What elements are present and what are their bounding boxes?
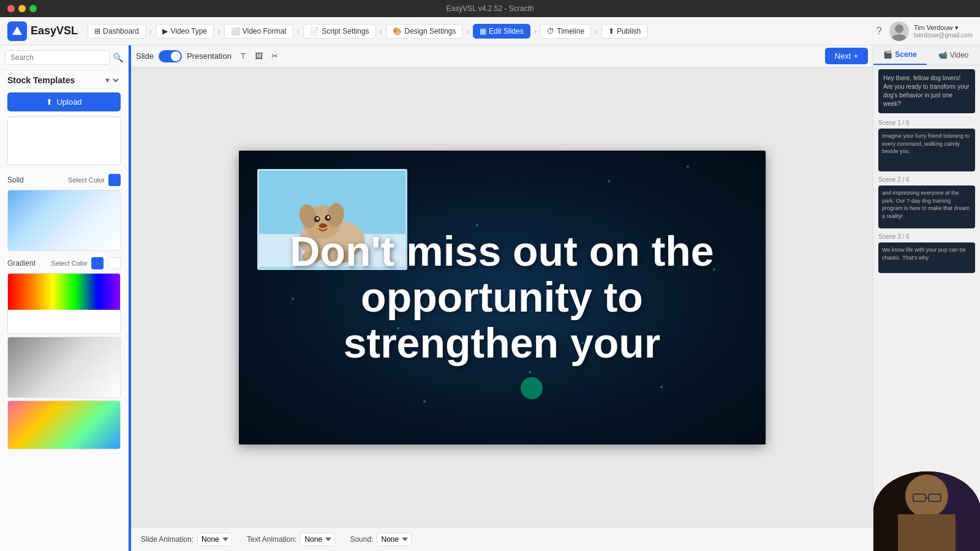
svg-point-2 (892, 34, 907, 41)
crop-tool[interactable]: ✂ (268, 50, 282, 63)
svg-point-18 (905, 474, 948, 517)
slide-toolbar: Slide Presentation T 🖼 ✂ Next + (131, 45, 873, 67)
next-button[interactable]: Next + (825, 48, 868, 64)
nav-video-type[interactable]: ▶ Video Type (156, 24, 214, 39)
scene-preview-2[interactable]: Imagine your furry friend listening to e… (878, 129, 975, 171)
scene-tab-icon: 🎬 (883, 50, 892, 59)
avatar (889, 21, 909, 41)
slide-toggle-switch[interactable] (159, 50, 182, 62)
search-button[interactable]: 🔍 (113, 53, 123, 62)
bottom-bar: Slide Animation: None Text Animation: No… (131, 527, 873, 551)
sound-animation-item: Sound: None (350, 533, 412, 546)
solid-section: Solid Select Color (0, 170, 128, 190)
text-animation-label: Text Animation: (247, 535, 296, 544)
search-input[interactable] (5, 50, 110, 65)
svg-marker-0 (12, 26, 22, 35)
help-button[interactable]: ? (876, 26, 882, 37)
scene-counter-3: Scene 3 / 6 (878, 233, 975, 240)
main-layout: 🔍 Stock Templates ▼ ⬆ Upload Solid Selec… (0, 45, 980, 551)
scene-preview-4[interactable]: We know life with your pup can be chaoti… (878, 242, 975, 273)
nav-video-format[interactable]: ⬜ Video Format (224, 24, 293, 39)
gradient-label: Gradient (7, 259, 36, 268)
scene-2-text: Imagine your furry friend listening to e… (878, 129, 975, 159)
rainbow-white (8, 310, 120, 334)
video-type-icon: ▶ (162, 27, 168, 36)
image-tool[interactable]: 🖼 (252, 50, 266, 63)
user-area: Tim Verdouw ▾ tverdouw@gmail.com (889, 21, 973, 41)
text-animation-item: Text Animation: None (247, 533, 335, 546)
tab-video[interactable]: 📹 Video (927, 45, 980, 65)
slides-icon: ▦ (480, 27, 486, 36)
gradient-color-btn-2[interactable] (108, 257, 121, 269)
colorful-swatch[interactable] (7, 400, 121, 449)
rainbow-swatch-1[interactable] (7, 273, 121, 334)
gradient-select-label: Select Color (51, 260, 88, 267)
slide-main-text: Don't miss out on the opportunity to str… (239, 228, 766, 365)
scene-preview-1[interactable]: Hey there, fellow dog lovers! Are you re… (878, 69, 975, 113)
nav-dashboard[interactable]: ⊞ Dashboard (88, 24, 146, 39)
user-name: Tim Verdouw ▾ (914, 24, 973, 32)
nav-publish[interactable]: ⬆ Publish (601, 24, 647, 39)
webcam-container (873, 467, 980, 551)
slide-canvas[interactable]: Don't miss out on the opportunity to str… (239, 151, 766, 444)
upload-button[interactable]: ⬆ Upload (7, 92, 121, 111)
sound-select[interactable]: None (377, 533, 412, 546)
nav-edit-slides[interactable]: ▦ Edit Slides (473, 24, 530, 39)
user-email: tverdouw@gmail.com (914, 32, 973, 39)
select-color-label: Select Color (68, 176, 105, 184)
video-tab-label: Video (950, 51, 968, 59)
nav-timeline[interactable]: ⏱ Timeline (540, 24, 591, 39)
left-sidebar: 🔍 Stock Templates ▼ ⬆ Upload Solid Selec… (0, 45, 129, 551)
user-info: Tim Verdouw ▾ tverdouw@gmail.com (914, 24, 973, 39)
next-label: Next (835, 51, 851, 61)
slide-toggle: Slide Presentation (136, 50, 232, 62)
video-tab-icon: 📹 (938, 51, 948, 59)
slide-label: Slide (136, 51, 154, 61)
svg-point-1 (895, 24, 903, 33)
center-content: Slide Presentation T 🖼 ✂ Next + (131, 45, 873, 551)
scene-3-text: and impressing everyone at the park. Our… (878, 186, 975, 223)
sidebar-header: Stock Templates ▼ (0, 70, 128, 90)
top-nav: EasyVSL ⊞ Dashboard › ▶ Video Type › ⬜ V… (0, 17, 980, 45)
scene-counter-1: Scene 1 / 6 (878, 119, 975, 126)
sound-label: Sound: (350, 535, 373, 544)
slide-animation-item: Slide Animation: None (141, 533, 232, 546)
right-panel: 🎬 Scene 📹 Video Hey there, fellow dog lo… (873, 45, 980, 551)
slide-animation-label: Slide Animation: (141, 535, 194, 544)
right-panel-tabs: 🎬 Scene 📹 Video (873, 45, 980, 66)
app-logo (7, 21, 27, 41)
templates-dropdown[interactable]: ▼ (102, 76, 121, 84)
solid-color-button[interactable] (108, 174, 121, 186)
gradient-color-btn-1[interactable] (91, 257, 104, 269)
template-preview-empty (7, 116, 121, 165)
app-name: EasyVSL (31, 24, 78, 37)
search-area: 🔍 (0, 45, 128, 70)
upload-icon: ⬆ (46, 97, 53, 107)
scene-preview-3[interactable]: and impressing everyone at the park. Our… (878, 186, 975, 228)
text-tool[interactable]: T (236, 50, 250, 63)
minimize-btn[interactable] (18, 5, 26, 12)
close-btn[interactable] (7, 5, 15, 12)
design-icon: 🎨 (393, 27, 402, 36)
maximize-btn[interactable] (29, 5, 37, 12)
gradient-section: Gradient Select Color (0, 253, 128, 273)
script-icon: 📄 (310, 27, 319, 36)
timeline-icon: ⏱ (547, 27, 554, 36)
tab-scene[interactable]: 🎬 Scene (873, 45, 927, 65)
gradient-swatch-blue[interactable] (7, 190, 121, 251)
svg-rect-19 (898, 514, 956, 551)
presentation-label: Presentation (187, 51, 232, 61)
next-icon: + (853, 51, 858, 61)
text-animation-select[interactable]: None (300, 533, 335, 546)
slide-text-overlay: Don't miss out on the opportunity to str… (239, 151, 766, 444)
solid-label: Solid (7, 176, 24, 184)
gray-swatch[interactable] (7, 337, 121, 398)
nav-script-settings[interactable]: 📄 Script Settings (303, 24, 375, 39)
nav-design-settings[interactable]: 🎨 Design Settings (386, 24, 462, 39)
window-controls[interactable] (7, 5, 37, 12)
upload-label: Upload (56, 97, 81, 107)
slide-animation-select[interactable]: None (197, 533, 232, 546)
scene-1-text: Hey there, fellow dog lovers! Are you re… (883, 74, 970, 108)
scene-counter-2: Scene 2 / 6 (878, 176, 975, 183)
webcam-feed (873, 471, 980, 551)
